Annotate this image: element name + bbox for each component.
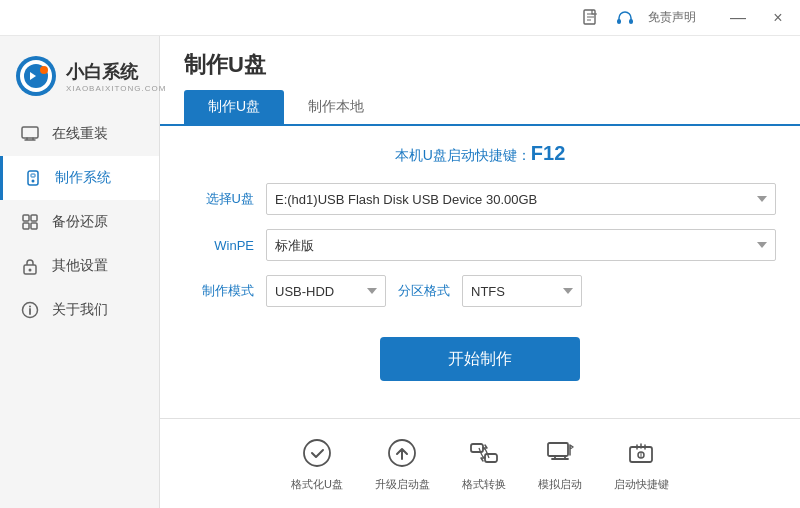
toolbar-format-usb[interactable]: 格式化U盘 xyxy=(291,435,343,492)
svg-point-18 xyxy=(29,306,31,308)
logo-name: 小白系统 xyxy=(66,60,166,84)
grid-icon xyxy=(20,212,40,232)
winpe-label: WinPE xyxy=(184,238,254,253)
format-usb-icon xyxy=(299,435,335,471)
sidebar-item-online-reinstall[interactable]: 在线重装 xyxy=(0,112,159,156)
svg-rect-1 xyxy=(617,19,621,24)
svg-rect-13 xyxy=(23,223,29,229)
sidebar-label-online-reinstall: 在线重装 xyxy=(52,125,108,143)
logo-icon xyxy=(16,56,56,96)
logo-sub: XIAOBAIXITONG.COM xyxy=(66,84,166,93)
free-decl-label[interactable]: 免责声明 xyxy=(648,9,696,26)
boot-shortcut-icon xyxy=(623,435,659,471)
sidebar-label-about-us: 关于我们 xyxy=(52,301,108,319)
select-usb-label: 选择U盘 xyxy=(184,190,254,208)
sidebar-label-other-settings: 其他设置 xyxy=(52,257,108,275)
minimize-button[interactable]: — xyxy=(724,4,752,32)
info-icon xyxy=(20,300,40,320)
content-area: 本机U盘启动快捷键：F12 选择U盘 E:(hd1)USB Flash Disk… xyxy=(160,126,800,418)
toolbar-boot-shortcut[interactable]: 启动快捷键 xyxy=(614,435,669,492)
monitor-icon xyxy=(20,124,40,144)
lock-icon xyxy=(20,256,40,276)
svg-rect-23 xyxy=(548,443,568,456)
toolbar-label-format-convert: 格式转换 xyxy=(462,477,506,492)
titlebar-icons: 免责声明 — × xyxy=(580,4,792,32)
toolbar-format-convert[interactable]: 格式转换 xyxy=(462,435,506,492)
winpe-dropdown[interactable]: 标准版 xyxy=(266,229,776,261)
shortcut-hint: 本机U盘启动快捷键：F12 xyxy=(184,142,776,165)
close-button[interactable]: × xyxy=(764,4,792,32)
svg-point-19 xyxy=(304,440,330,466)
start-button[interactable]: 开始制作 xyxy=(380,337,580,381)
toolbar-label-upgrade-boot: 升级启动盘 xyxy=(375,477,430,492)
toolbar-label-format-usb: 格式化U盘 xyxy=(291,477,343,492)
mode-partition-row: 制作模式 USB-HDD 分区格式 NTFS xyxy=(184,275,776,307)
page-header: 制作U盘 xyxy=(160,36,800,90)
svg-rect-9 xyxy=(31,174,35,177)
upgrade-boot-icon xyxy=(384,435,420,471)
svg-rect-14 xyxy=(31,223,37,229)
sidebar: 小白系统 XIAOBAIXITONG.COM 在线重装 xyxy=(0,36,160,508)
shortcut-hint-prefix: 本机U盘启动快捷键： xyxy=(395,147,531,163)
toolbar-label-simulate-boot: 模拟启动 xyxy=(538,477,582,492)
svg-rect-11 xyxy=(23,215,29,221)
sidebar-item-backup-restore[interactable]: 备份还原 xyxy=(0,200,159,244)
app-body: 小白系统 XIAOBAIXITONG.COM 在线重装 xyxy=(0,36,800,508)
svg-rect-12 xyxy=(31,215,37,221)
titlebar: 免责声明 — × xyxy=(0,0,800,36)
toolbar-upgrade-boot[interactable]: 升级启动盘 xyxy=(375,435,430,492)
svg-rect-7 xyxy=(22,127,38,138)
format-convert-icon xyxy=(466,435,502,471)
main-content: 制作U盘 制作U盘 制作本地 本机U盘启动快捷键：F12 选择U盘 E:(hd1… xyxy=(160,36,800,508)
svg-point-6 xyxy=(40,66,48,74)
sidebar-item-make-system[interactable]: 制作系统 xyxy=(0,156,159,200)
svg-rect-21 xyxy=(471,444,483,452)
make-mode-label: 制作模式 xyxy=(184,282,254,300)
winpe-row: WinPE 标准版 xyxy=(184,229,776,261)
sidebar-item-about-us[interactable]: 关于我们 xyxy=(0,288,159,332)
simulate-boot-icon xyxy=(542,435,578,471)
page-title: 制作U盘 xyxy=(184,50,266,80)
partition-dropdown[interactable]: NTFS xyxy=(462,275,582,307)
svg-rect-2 xyxy=(629,19,633,24)
select-usb-dropdown[interactable]: E:(hd1)USB Flash Disk USB Device 30.00GB xyxy=(266,183,776,215)
document-icon[interactable] xyxy=(580,7,602,29)
tab-make-usb[interactable]: 制作U盘 xyxy=(184,90,284,124)
logo-area: 小白系统 XIAOBAIXITONG.COM xyxy=(0,44,159,112)
shortcut-key: F12 xyxy=(531,142,565,164)
sidebar-item-other-settings[interactable]: 其他设置 xyxy=(0,244,159,288)
svg-point-10 xyxy=(32,180,35,183)
usb-icon xyxy=(23,168,43,188)
tab-make-local[interactable]: 制作本地 xyxy=(284,90,388,124)
toolbar-simulate-boot[interactable]: 模拟启动 xyxy=(538,435,582,492)
svg-rect-22 xyxy=(485,454,497,462)
logo-text: 小白系统 XIAOBAIXITONG.COM xyxy=(66,60,166,93)
make-mode-dropdown[interactable]: USB-HDD xyxy=(266,275,386,307)
toolbar-label-boot-shortcut: 启动快捷键 xyxy=(614,477,669,492)
sidebar-label-backup-restore: 备份还原 xyxy=(52,213,108,231)
headphone-icon[interactable] xyxy=(614,7,636,29)
svg-point-16 xyxy=(29,269,32,272)
select-usb-row: 选择U盘 E:(hd1)USB Flash Disk USB Device 30… xyxy=(184,183,776,215)
partition-label: 分区格式 xyxy=(398,282,450,300)
sidebar-label-make-system: 制作系统 xyxy=(55,169,111,187)
bottom-toolbar: 格式化U盘 升级启动盘 xyxy=(160,418,800,508)
svg-rect-8 xyxy=(28,171,38,185)
tabs: 制作U盘 制作本地 xyxy=(160,90,800,126)
